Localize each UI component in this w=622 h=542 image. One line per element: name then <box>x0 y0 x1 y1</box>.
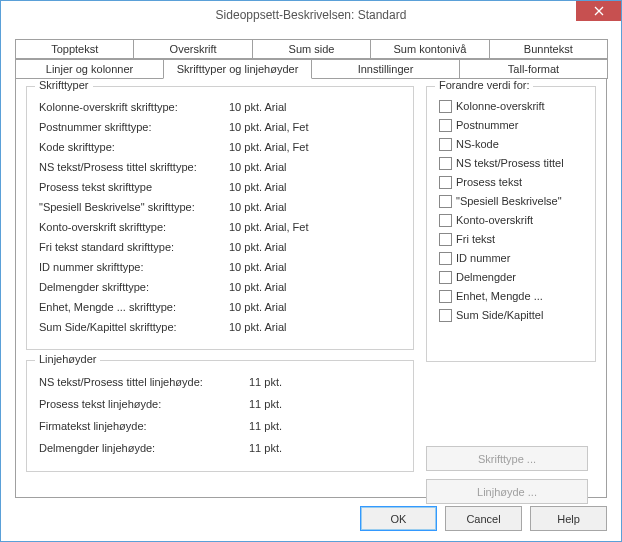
check-row: NS tekst/Prosess tittel <box>439 154 583 173</box>
check-row: Sum Side/Kapittel <box>439 306 583 325</box>
tab-bunntekst[interactable]: Bunntekst <box>489 39 608 59</box>
cancel-button[interactable]: Cancel <box>445 506 522 531</box>
check-row: Konto-overskrift <box>439 211 583 230</box>
lh-row: NS tekst/Prosess tittel linjehøyde:11 pk… <box>39 371 401 393</box>
checkbox-prosess-tekst[interactable] <box>439 176 452 189</box>
check-label: "Spesiell Beskrivelse" <box>456 192 562 211</box>
lh-value: 11 pkt. <box>249 415 282 437</box>
check-row: Kolonne-overskrift <box>439 97 583 116</box>
group-change-title: Forandre verdi for: <box>435 79 533 91</box>
check-label: Konto-overskrift <box>456 211 533 230</box>
checkbox-spesiell-beskrivelse[interactable] <box>439 195 452 208</box>
checkbox-kolonne-overskrift[interactable] <box>439 100 452 113</box>
checkbox-ns-kode[interactable] <box>439 138 452 151</box>
tab-container: Topptekst Overskrift Sum side Sum konton… <box>15 39 607 79</box>
check-label: NS-kode <box>456 135 499 154</box>
group-lineheights: Linjehøyder NS tekst/Prosess tittel linj… <box>26 360 414 472</box>
font-row: Kode skrifttype:10 pkt. Arial, Fet <box>39 137 401 157</box>
font-label: Fri tekst standard skrifttype: <box>39 237 229 257</box>
skrifttype-button: Skrifttype ... <box>426 446 588 471</box>
checkbox-konto-overskrift[interactable] <box>439 214 452 227</box>
font-row: Sum Side/Kapittel skrifttype:10 pkt. Ari… <box>39 317 401 337</box>
lh-label: Firmatekst linjehøyde: <box>39 415 249 437</box>
tab-sum-side[interactable]: Sum side <box>252 39 371 59</box>
font-row: Fri tekst standard skrifttype:10 pkt. Ar… <box>39 237 401 257</box>
font-label: NS tekst/Prosess tittel skrifttype: <box>39 157 229 177</box>
font-row: Konto-overskrift skrifttype:10 pkt. Aria… <box>39 217 401 237</box>
lh-label: Prosess tekst linjehøyde: <box>39 393 249 415</box>
group-fonts-title: Skrifttyper <box>35 79 93 91</box>
font-value: 10 pkt. Arial <box>229 97 286 117</box>
font-row: Delmengder skrifttype:10 pkt. Arial <box>39 277 401 297</box>
font-label: ID nummer skrifttype: <box>39 257 229 277</box>
font-label: Prosess tekst skrifttype <box>39 177 229 197</box>
left-column: Skrifttyper Kolonne-overskrift skrifttyp… <box>26 86 414 483</box>
font-row: Prosess tekst skrifttype10 pkt. Arial <box>39 177 401 197</box>
check-label: Kolonne-overskrift <box>456 97 545 116</box>
close-icon <box>594 6 604 16</box>
tab-innstillinger[interactable]: Innstillinger <box>311 59 460 79</box>
lh-label: NS tekst/Prosess tittel linjehøyde: <box>39 371 249 393</box>
tab-topptekst[interactable]: Topptekst <box>15 39 134 59</box>
tab-panel: Skrifttyper Kolonne-overskrift skrifttyp… <box>15 78 607 498</box>
font-value: 10 pkt. Arial <box>229 297 286 317</box>
checkbox-fri-tekst[interactable] <box>439 233 452 246</box>
check-row: Postnummer <box>439 116 583 135</box>
font-value: 10 pkt. Arial <box>229 257 286 277</box>
font-value: 10 pkt. Arial <box>229 317 286 337</box>
check-row: NS-kode <box>439 135 583 154</box>
font-value: 10 pkt. Arial, Fet <box>229 217 308 237</box>
checkbox-enhet-mengde[interactable] <box>439 290 452 303</box>
check-label: Prosess tekst <box>456 173 522 192</box>
check-row: Delmengder <box>439 268 583 287</box>
font-value: 10 pkt. Arial <box>229 157 286 177</box>
lh-row: Firmatekst linjehøyde:11 pkt. <box>39 415 401 437</box>
dialog-buttons: OK Cancel Help <box>360 506 607 531</box>
check-row: "Spesiell Beskrivelse" <box>439 192 583 211</box>
font-label: "Spesiell Beskrivelse" skrifttype: <box>39 197 229 217</box>
group-change: Forandre verdi for: Kolonne-overskrift P… <box>426 86 596 362</box>
font-label: Kode skrifttype: <box>39 137 229 157</box>
group-lineheights-title: Linjehøyder <box>35 353 100 365</box>
lh-row: Prosess tekst linjehøyde:11 pkt. <box>39 393 401 415</box>
font-value: 10 pkt. Arial <box>229 197 286 217</box>
group-fonts: Skrifttyper Kolonne-overskrift skrifttyp… <box>26 86 414 350</box>
font-value: 10 pkt. Arial, Fet <box>229 117 308 137</box>
linjhoyde-button: Linjhøyde ... <box>426 479 588 504</box>
check-label: Sum Side/Kapittel <box>456 306 543 325</box>
tab-skrifttyper[interactable]: Skrifttyper og linjehøyder <box>163 59 312 79</box>
font-value: 10 pkt. Arial <box>229 277 286 297</box>
close-button[interactable] <box>576 1 621 21</box>
ok-button[interactable]: OK <box>360 506 437 531</box>
help-button[interactable]: Help <box>530 506 607 531</box>
check-label: NS tekst/Prosess tittel <box>456 154 564 173</box>
check-label: ID nummer <box>456 249 510 268</box>
tab-sum-kontoniva[interactable]: Sum kontonivå <box>370 39 489 59</box>
check-row: Prosess tekst <box>439 173 583 192</box>
checkbox-id-nummer[interactable] <box>439 252 452 265</box>
font-row: Postnummer skrifttype:10 pkt. Arial, Fet <box>39 117 401 137</box>
font-label: Sum Side/Kapittel skrifttype: <box>39 317 229 337</box>
font-row: Kolonne-overskrift skrifttype:10 pkt. Ar… <box>39 97 401 117</box>
check-row: Fri tekst <box>439 230 583 249</box>
font-label: Kolonne-overskrift skrifttype: <box>39 97 229 117</box>
dialog-body: Topptekst Overskrift Sum side Sum konton… <box>1 29 621 498</box>
font-row: ID nummer skrifttype:10 pkt. Arial <box>39 257 401 277</box>
check-label: Postnummer <box>456 116 518 135</box>
font-label: Enhet, Mengde ... skrifttype: <box>39 297 229 317</box>
check-label: Delmengder <box>456 268 516 287</box>
tab-row-2: Linjer og kolonner Skrifttyper og linjeh… <box>15 59 607 79</box>
lh-value: 11 pkt. <box>249 393 282 415</box>
checkbox-ns-tekst-prosess[interactable] <box>439 157 452 170</box>
font-label: Konto-overskrift skrifttype: <box>39 217 229 237</box>
tab-overskrift[interactable]: Overskrift <box>133 39 252 59</box>
tab-row-1: Topptekst Overskrift Sum side Sum konton… <box>15 39 607 59</box>
window-title: Sideoppsett-Beskrivelsen: Standard <box>216 8 407 22</box>
checkbox-postnummer[interactable] <box>439 119 452 132</box>
font-value: 10 pkt. Arial <box>229 237 286 257</box>
tab-linjer-kolonner[interactable]: Linjer og kolonner <box>15 59 164 79</box>
checkbox-sum-side-kapittel[interactable] <box>439 309 452 322</box>
tab-tall-format[interactable]: Tall-format <box>459 59 608 79</box>
check-row: Enhet, Mengde ... <box>439 287 583 306</box>
checkbox-delmengder[interactable] <box>439 271 452 284</box>
